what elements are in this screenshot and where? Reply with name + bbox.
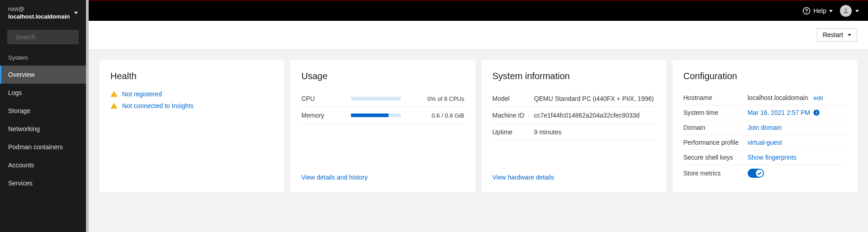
sidebar-item-overview[interactable]: Overview [0, 66, 86, 84]
health-link-not-registered[interactable]: Not registered [122, 90, 162, 98]
sidebar-item-logs[interactable]: Logs [0, 84, 86, 102]
help-label: Help [813, 7, 826, 14]
info-value: QEMU Standard PC (i440FX + PIIX, 1996) [534, 95, 655, 102]
config-row-hostname: Hostname localhost.localdomain edit [683, 90, 846, 105]
sysinfo-card: System information Model QEMU Standard P… [482, 60, 666, 192]
usage-row-cpu: CPU 0% of 8 CPUs [301, 90, 464, 107]
info-label: Uptime [493, 128, 529, 136]
user-menu[interactable] [840, 5, 859, 17]
config-label: System time [683, 109, 742, 116]
ssh-fingerprints-link[interactable]: Show fingerprints [748, 154, 797, 161]
hostname-value: localhost.localdomain [748, 94, 808, 101]
config-label: Store metrics [683, 170, 742, 177]
info-label: Model [493, 95, 529, 102]
sidebar-item-accounts[interactable]: Accounts [0, 156, 86, 174]
dashboard-cards: Health Not registered Not connected to I… [89, 49, 868, 192]
restart-label: Restart [823, 31, 843, 38]
svg-text:i: i [816, 110, 817, 115]
main-area: Help Restart Health Not registered N [89, 0, 868, 232]
config-title: Configuration [683, 71, 846, 81]
cpu-usage-bar [351, 97, 401, 100]
config-row-systime: System time Mar 16, 2021 2:57 PM i [683, 105, 846, 120]
config-card: Configuration Hostname localhost.localdo… [673, 60, 857, 192]
config-row-metrics: Store metrics [683, 165, 846, 181]
sidebar-host: localhost.localdomain [8, 13, 70, 21]
config-row-domain: Domain Join domain [683, 120, 846, 135]
sidebar: root@ localhost.localdomain System Overv… [0, 0, 86, 232]
config-label: Domain [683, 124, 742, 131]
help-icon [802, 7, 811, 15]
chevron-down-icon [848, 34, 851, 36]
config-label: Hostname [683, 94, 742, 101]
health-item: Not connected to Insights [110, 102, 273, 109]
warning-icon [110, 90, 118, 98]
config-row-ssh: Secure shell keys Show fingerprints [683, 150, 846, 165]
usage-card: Usage CPU 0% of 8 CPUs Memory 0.6 / 0.8 … [290, 60, 475, 192]
hostname-edit-link[interactable]: edit [814, 95, 823, 101]
info-row-uptime: Uptime 9 minutes [493, 124, 655, 141]
usage-label: CPU [301, 95, 328, 102]
usage-title: Usage [301, 71, 464, 81]
sidebar-item-networking[interactable]: Networking [0, 120, 86, 138]
nav-section-label: System [0, 50, 86, 66]
systime-link[interactable]: Mar 16, 2021 2:57 PM [748, 109, 811, 116]
host-switcher[interactable]: root@ localhost.localdomain [0, 0, 86, 26]
memory-usage-fill [351, 114, 389, 117]
restart-button[interactable]: Restart [817, 28, 857, 42]
search-input[interactable] [15, 33, 95, 41]
svg-point-1 [806, 12, 807, 13]
info-value: 9 minutes [534, 128, 655, 136]
sidebar-item-podman[interactable]: Podman containers [0, 138, 86, 156]
topbar: Help [89, 0, 868, 21]
warning-icon [110, 102, 118, 109]
sidebar-item-storage[interactable]: Storage [0, 102, 86, 120]
info-icon[interactable]: i [813, 109, 820, 116]
sidebar-user: root@ [8, 5, 70, 13]
sidebar-item-services[interactable]: Services [0, 174, 86, 192]
user-icon [842, 7, 849, 14]
usage-value: 0.6 / 0.8 GiB [424, 112, 465, 119]
join-domain-link[interactable]: Join domain [748, 124, 782, 131]
info-row-model: Model QEMU Standard PC (i440FX + PIIX, 1… [493, 90, 655, 107]
chevron-down-icon [74, 12, 78, 14]
health-title: Health [110, 71, 273, 81]
usage-details-link[interactable]: View details and history [301, 174, 368, 181]
chevron-down-icon [855, 10, 859, 12]
health-link-insights[interactable]: Not connected to Insights [122, 102, 194, 109]
health-card: Health Not registered Not connected to I… [100, 60, 284, 192]
action-bar: Restart [89, 21, 868, 49]
config-label: Performance profile [683, 139, 742, 146]
usage-row-memory: Memory 0.6 / 0.8 GiB [301, 107, 464, 124]
info-row-machineid: Machine ID cc7e1f44fc014862a204a32cfec90… [493, 107, 655, 124]
avatar [840, 5, 852, 17]
config-row-perf: Performance profile virtual-guest [683, 135, 846, 150]
perf-profile-link[interactable]: virtual-guest [748, 139, 782, 146]
search-box[interactable] [7, 30, 79, 44]
usage-value: 0% of 8 CPUs [424, 95, 465, 102]
info-value: cc7e1f44fc014862a204a32cfec9033d [534, 112, 655, 119]
usage-label: Memory [301, 112, 328, 119]
sysinfo-title: System information [493, 71, 655, 81]
toggle-knob [756, 170, 763, 177]
help-menu[interactable]: Help [802, 7, 833, 15]
config-label: Secure shell keys [683, 154, 742, 161]
info-label: Machine ID [493, 112, 529, 119]
memory-usage-bar [351, 114, 401, 117]
hardware-details-link[interactable]: View hardware details [493, 174, 555, 181]
health-item: Not registered [110, 90, 273, 98]
store-metrics-toggle[interactable] [748, 169, 764, 178]
chevron-down-icon [829, 10, 833, 12]
